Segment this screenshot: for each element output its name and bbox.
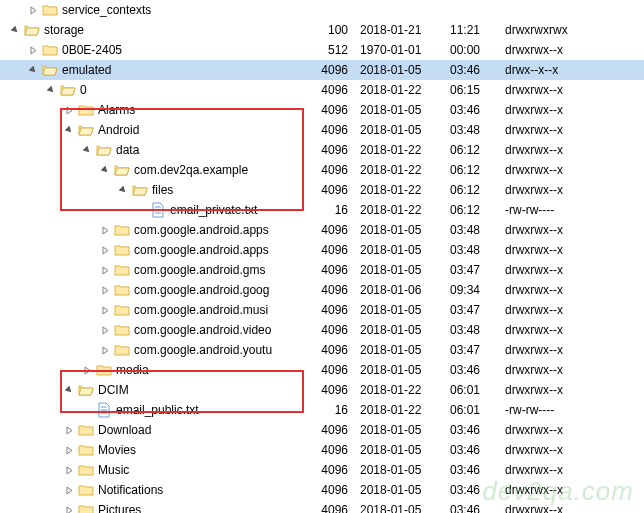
tree-row[interactable]: media40962018-01-0503:46drwxrwx--x [0, 360, 644, 380]
folder-open-icon [78, 122, 94, 138]
tree-row[interactable]: com.dev2qa.example40962018-01-2206:12drw… [0, 160, 644, 180]
expand-icon[interactable] [100, 305, 111, 316]
date-cell: 2018-01-22 [360, 200, 450, 220]
time-cell: 06:12 [450, 140, 505, 160]
expand-icon[interactable] [100, 285, 111, 296]
expand-icon[interactable] [100, 225, 111, 236]
tree-row[interactable]: Pictures40962018-01-0503:46drwxrwx--x [0, 500, 644, 513]
expand-icon[interactable] [28, 45, 39, 56]
folder-icon [114, 302, 130, 318]
time-cell: 03:46 [450, 360, 505, 380]
expand-icon[interactable] [100, 325, 111, 336]
tree-row[interactable]: files40962018-01-2206:12drwxrwx--x [0, 180, 644, 200]
tree-row[interactable]: com.google.android.video40962018-01-0503… [0, 320, 644, 340]
tree-row[interactable]: com.google.android.youtu40962018-01-0503… [0, 340, 644, 360]
expand-icon[interactable] [64, 505, 75, 514]
folder-icon [78, 482, 94, 498]
item-label: com.google.android.apps [134, 240, 300, 260]
tree-row[interactable]: 040962018-01-2206:15drwxrwx--x [0, 80, 644, 100]
tree-row[interactable]: emulated40962018-01-0503:46drwx--x--x [0, 60, 644, 80]
collapse-icon[interactable] [100, 165, 111, 176]
size-cell: 16 [300, 200, 360, 220]
item-label: Movies [98, 440, 300, 460]
file-icon [150, 202, 166, 218]
tree-row[interactable]: data40962018-01-2206:12drwxrwx--x [0, 140, 644, 160]
expand-icon[interactable] [100, 265, 111, 276]
tree-row[interactable]: com.google.android.gms40962018-01-0503:4… [0, 260, 644, 280]
date-cell: 2018-01-05 [360, 120, 450, 140]
tree-row[interactable]: 0B0E-24055121970-01-0100:00drwxrwx--x [0, 40, 644, 60]
tree-row[interactable]: service_contexts [0, 0, 644, 20]
time-cell: 06:01 [450, 400, 505, 420]
tree-row[interactable]: Download40962018-01-0503:46drwxrwx--x [0, 420, 644, 440]
perm-cell: drwxrwx--x [505, 140, 644, 160]
tree-row[interactable]: com.google.android.musi40962018-01-0503:… [0, 300, 644, 320]
expand-icon[interactable] [82, 365, 93, 376]
tree-row[interactable]: Notifications40962018-01-0503:46drwxrwx-… [0, 480, 644, 500]
collapse-icon[interactable] [82, 145, 93, 156]
date-cell: 2018-01-05 [360, 440, 450, 460]
expand-icon[interactable] [64, 465, 75, 476]
expand-icon[interactable] [64, 485, 75, 496]
expand-icon[interactable] [64, 425, 75, 436]
tree-row[interactable]: Music40962018-01-0503:46drwxrwx--x [0, 460, 644, 480]
collapse-icon[interactable] [28, 65, 39, 76]
collapse-icon[interactable] [64, 125, 75, 136]
expand-icon[interactable] [100, 345, 111, 356]
perm-cell: -rw-rw---- [505, 200, 644, 220]
item-label: service_contexts [62, 0, 300, 20]
tree-row[interactable]: com.google.android.apps40962018-01-0503:… [0, 240, 644, 260]
folder-icon [114, 222, 130, 238]
time-cell: 06:01 [450, 380, 505, 400]
expand-icon[interactable] [64, 105, 75, 116]
date-cell: 2018-01-05 [360, 340, 450, 360]
item-label: storage [44, 20, 300, 40]
date-cell: 2018-01-22 [360, 160, 450, 180]
expand-icon[interactable] [100, 245, 111, 256]
collapse-icon[interactable] [10, 25, 21, 36]
folder-icon [42, 2, 58, 18]
perm-cell: drwxrwx--x [505, 100, 644, 120]
date-cell: 2018-01-05 [360, 300, 450, 320]
size-cell: 4096 [300, 180, 360, 200]
date-cell: 2018-01-05 [360, 60, 450, 80]
folder-icon [114, 262, 130, 278]
time-cell: 03:48 [450, 120, 505, 140]
item-label: 0B0E-2405 [62, 40, 300, 60]
item-label: DCIM [98, 380, 300, 400]
size-cell: 4096 [300, 420, 360, 440]
tree-row[interactable]: Alarms40962018-01-0503:46drwxrwx--x [0, 100, 644, 120]
collapse-icon[interactable] [46, 85, 57, 96]
item-label: media [116, 360, 300, 380]
expand-icon[interactable] [64, 445, 75, 456]
date-cell: 2018-01-22 [360, 380, 450, 400]
tree-row[interactable]: Android40962018-01-0503:48drwxrwx--x [0, 120, 644, 140]
folder-icon [114, 282, 130, 298]
date-cell: 2018-01-05 [360, 260, 450, 280]
time-cell: 00:00 [450, 40, 505, 60]
item-label: com.dev2qa.example [134, 160, 300, 180]
perm-cell: drwxrwx--x [505, 380, 644, 400]
tree-row[interactable]: com.google.android.apps40962018-01-0503:… [0, 220, 644, 240]
collapse-icon[interactable] [64, 385, 75, 396]
item-label: email_private.txt [170, 200, 300, 220]
item-label: data [116, 140, 300, 160]
tree-row[interactable]: com.google.android.goog40962018-01-0609:… [0, 280, 644, 300]
tree-row[interactable]: storage1002018-01-2111:21drwxrwxrwx [0, 20, 644, 40]
folder-icon [114, 242, 130, 258]
perm-cell: drwxrwx--x [505, 360, 644, 380]
tree-row[interactable]: email_public.txt162018-01-2206:01-rw-rw-… [0, 400, 644, 420]
tree-row[interactable]: DCIM40962018-01-2206:01drwxrwx--x [0, 380, 644, 400]
folder-icon [78, 502, 94, 513]
folder-icon [96, 362, 112, 378]
size-cell: 4096 [300, 500, 360, 513]
date-cell: 2018-01-06 [360, 280, 450, 300]
tree-row[interactable]: Movies40962018-01-0503:46drwxrwx--x [0, 440, 644, 460]
time-cell: 03:47 [450, 340, 505, 360]
expand-icon[interactable] [28, 5, 39, 16]
date-cell: 2018-01-05 [360, 420, 450, 440]
tree-row[interactable]: email_private.txt162018-01-2206:12-rw-rw… [0, 200, 644, 220]
collapse-icon[interactable] [118, 185, 129, 196]
size-cell: 4096 [300, 100, 360, 120]
perm-cell: drwxrwxrwx [505, 20, 644, 40]
